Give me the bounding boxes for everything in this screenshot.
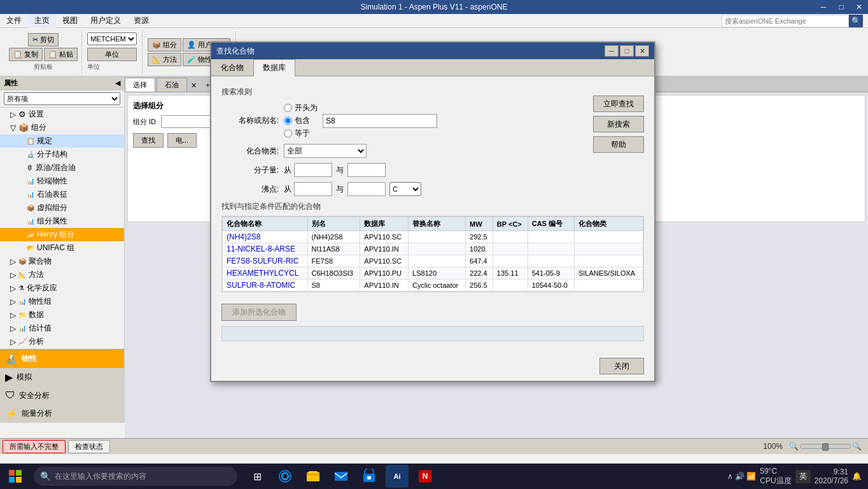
table-row[interactable]: (NH4)2S8(NH4)2S8APV110.SC292.5 bbox=[223, 231, 643, 243]
dialog-minimize-button[interactable]: ─ bbox=[605, 45, 619, 57]
tree-specification[interactable]: 📋 规定 bbox=[0, 134, 124, 148]
tree-comp-attr[interactable]: 📊 组分属性 bbox=[0, 215, 124, 228]
taskview-button[interactable]: ⊞ bbox=[246, 465, 269, 488]
method-button[interactable]: 📐 方法 bbox=[148, 53, 181, 66]
tree-estimate[interactable]: ▷ 📊 估计值 bbox=[0, 322, 124, 335]
radio-equals[interactable]: 等于 bbox=[284, 128, 318, 139]
electric-button[interactable]: 电... bbox=[167, 133, 197, 148]
mw-from-input[interactable] bbox=[294, 163, 332, 177]
maximize-button[interactable]: □ bbox=[832, 0, 850, 14]
check-status-button[interactable]: 检查状态 bbox=[68, 440, 110, 453]
search-icon[interactable]: 🔍 bbox=[849, 15, 863, 27]
tree-light-ends[interactable]: 📊 轻端物性 bbox=[0, 174, 124, 188]
tree-property-group[interactable]: ▷ 📊 物性组 bbox=[0, 295, 124, 308]
tree-analysis[interactable]: ▷ 📈 分析 bbox=[0, 335, 124, 348]
compound-type-select[interactable]: 全部 bbox=[284, 144, 367, 158]
tree-components[interactable]: ▽ 📦 组分 bbox=[0, 121, 124, 134]
mail-icon[interactable] bbox=[330, 465, 353, 488]
cut-button[interactable]: ✂ 剪切 bbox=[28, 33, 59, 46]
mw-to-input[interactable] bbox=[347, 163, 386, 177]
tree-settings[interactable]: ▷ ⚙ 设置 bbox=[0, 108, 124, 121]
copy-button[interactable]: 📋 复制 bbox=[9, 48, 43, 61]
radio-starts-with[interactable]: 开头为 bbox=[284, 103, 318, 113]
help-button[interactable]: 帮助 bbox=[593, 136, 644, 153]
paste-button[interactable]: 📋 粘贴 bbox=[44, 48, 78, 61]
mw-label: 分子量: bbox=[221, 165, 279, 176]
simulation-nav-item[interactable]: ▶ 模拟 bbox=[0, 368, 124, 386]
radio-contains-input[interactable] bbox=[284, 117, 292, 125]
panel-collapse-icon[interactable]: ◀ bbox=[115, 79, 120, 87]
table-row[interactable]: 11-NICKEL-8-ARSENI11AS8APV110.IN1020. bbox=[223, 243, 643, 255]
edge-icon[interactable] bbox=[274, 465, 297, 488]
tab-close-icon[interactable]: ✕ bbox=[187, 80, 200, 92]
add-compound-button[interactable]: 添加所选化合物 bbox=[221, 304, 297, 321]
language-indicator[interactable]: 英 bbox=[795, 470, 811, 483]
start-button[interactable] bbox=[0, 464, 31, 489]
tree-chemical-reaction[interactable]: ▷ ⚗ 化学反应 bbox=[0, 281, 124, 295]
find-button[interactable]: 查找 bbox=[133, 133, 164, 148]
results-table-container[interactable]: 化合物名称 别名 数据库 替换名称 MW BP <C> CAS 编号 化合物类 … bbox=[221, 216, 644, 292]
tree-henry[interactable]: 📂 Henry 组分 bbox=[0, 228, 124, 241]
minimize-button[interactable]: ─ bbox=[815, 0, 832, 14]
tab-oil[interactable]: 石油 bbox=[157, 78, 187, 92]
table-row[interactable]: HEXAMETHYLCYCLC6H18O3SI3APV110.PULS81202… bbox=[223, 267, 643, 280]
svg-text:N: N bbox=[423, 472, 428, 481]
dialog-close-button[interactable]: ✕ bbox=[635, 45, 649, 57]
explorer-icon[interactable] bbox=[302, 465, 325, 488]
menu-home[interactable]: 主页 bbox=[28, 14, 56, 28]
zoom-in-icon[interactable]: 🔍 bbox=[852, 442, 862, 451]
tree-petroleum[interactable]: 📊 石油表征 bbox=[0, 188, 124, 201]
tree-unifac[interactable]: 📂 UNIFAC 组 bbox=[0, 241, 124, 255]
menu-resources[interactable]: 资源 bbox=[127, 14, 155, 28]
all-items-select[interactable]: 所有项 bbox=[4, 92, 120, 105]
tab-compound[interactable]: 化合物 bbox=[211, 59, 253, 76]
clock[interactable]: 9:31 2020/7/26 bbox=[815, 467, 848, 485]
tree-crude-oil[interactable]: 🛢 原油/混合油 bbox=[0, 161, 124, 174]
menu-user-define[interactable]: 用户定义 bbox=[84, 14, 127, 28]
bp-from-input[interactable] bbox=[294, 182, 332, 196]
col-alt-name: 替换名称 bbox=[409, 217, 466, 231]
tree-molecular-structure[interactable]: 🔬 分子结构 bbox=[0, 148, 124, 161]
menu-view[interactable]: 视图 bbox=[56, 14, 84, 28]
close-button[interactable]: ✕ bbox=[850, 0, 868, 14]
tree-method[interactable]: ▷ 📐 方法 bbox=[0, 268, 124, 281]
tree-data[interactable]: ▷ 📁 数据 bbox=[0, 308, 124, 322]
tab-database[interactable]: 数据库 bbox=[253, 59, 295, 76]
new-search-button[interactable]: 新搜索 bbox=[593, 116, 644, 132]
find-now-button[interactable]: 立即查找 bbox=[593, 96, 644, 112]
search-value-input[interactable] bbox=[323, 114, 437, 128]
tree-polymer[interactable]: ▷ 📦 聚合物 bbox=[0, 255, 124, 268]
menu-file[interactable]: 文件 bbox=[0, 14, 28, 28]
zoom-thumb[interactable] bbox=[822, 443, 829, 451]
bp-to-input[interactable] bbox=[347, 182, 386, 196]
dialog-close-action-button[interactable]: 关闭 bbox=[599, 358, 644, 374]
antivirus-icon[interactable]: N bbox=[414, 465, 437, 488]
tree-pseudo[interactable]: 📦 虚拟组分 bbox=[0, 201, 124, 215]
clock-date: 2020/7/26 bbox=[815, 476, 848, 485]
components-button[interactable]: 📦 组分 bbox=[148, 38, 181, 52]
taskbar-search-bar[interactable]: 🔍 在这里输入你要搜索的内容 bbox=[34, 467, 237, 486]
energy-nav-item[interactable]: ⚡ 能量分析 bbox=[0, 404, 124, 423]
store-icon[interactable] bbox=[358, 465, 381, 488]
zoom-out-icon[interactable]: 🔍 bbox=[789, 442, 799, 451]
dialog-maximize-button[interactable]: □ bbox=[620, 45, 634, 57]
table-row[interactable]: SULFUR-8-ATOMICS8APV110.INCyclic octaato… bbox=[223, 280, 643, 292]
aspenone-search-input[interactable] bbox=[722, 15, 849, 27]
aspenplus-icon[interactable]: Ai bbox=[386, 465, 409, 488]
results-table: 化合物名称 别名 数据库 替换名称 MW BP <C> CAS 编号 化合物类 … bbox=[222, 216, 643, 292]
add-button-container: 添加所选化合物 bbox=[221, 297, 644, 321]
properties-nav-item[interactable]: 🔬 物性 bbox=[0, 350, 124, 368]
metchem-select[interactable]: METCHEM bbox=[87, 32, 137, 45]
notification-icon[interactable]: 🔔 bbox=[852, 472, 862, 481]
temp-unit-select[interactable]: C bbox=[389, 182, 421, 196]
safety-nav-item[interactable]: 🛡 安全分析 bbox=[0, 386, 124, 404]
radio-contains[interactable]: 包含 bbox=[284, 115, 318, 126]
unit-button[interactable]: 单位 bbox=[87, 48, 137, 61]
radio-equals-input[interactable] bbox=[284, 129, 292, 138]
tab-select[interactable]: 选择 bbox=[125, 78, 155, 92]
tray-icons[interactable]: ∧ 🔊 📶 bbox=[727, 472, 757, 481]
table-row[interactable]: FE7S8-SULFUR-RICFE7S8APV110.SC647.4 bbox=[223, 255, 643, 267]
zoom-slider[interactable] bbox=[800, 444, 851, 449]
error-status-button[interactable]: 所需输入不完整 bbox=[3, 440, 66, 453]
radio-starts-with-input[interactable] bbox=[284, 104, 292, 112]
